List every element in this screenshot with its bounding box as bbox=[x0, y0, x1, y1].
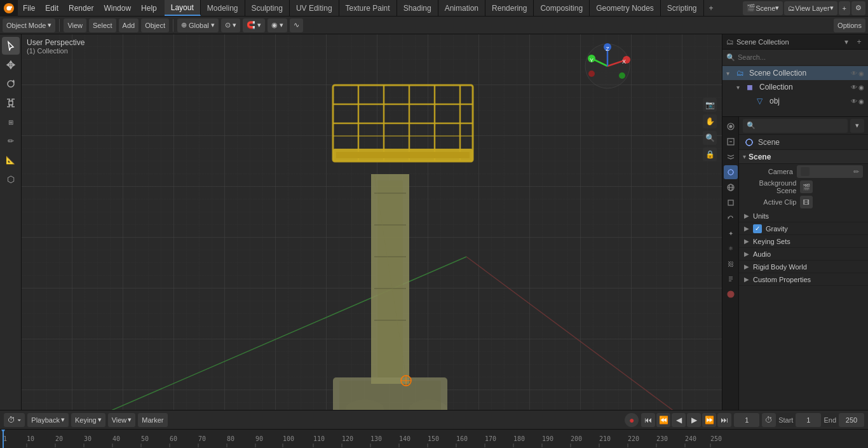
background-scene-icon-btn[interactable]: 🎬 bbox=[800, 180, 813, 193]
playback-btn[interactable]: Playback ▾ bbox=[27, 413, 69, 427]
menu-window[interactable]: Window bbox=[98, 0, 136, 16]
rotate-tool[interactable] bbox=[2, 75, 20, 93]
jump-start-btn[interactable]: ⏮ bbox=[641, 413, 655, 427]
prop-filter-btn[interactable]: ▾ bbox=[850, 119, 864, 133]
play-reverse-btn[interactable]: ◀ bbox=[672, 413, 686, 427]
keying-btn[interactable]: Keying ▾ bbox=[71, 413, 105, 427]
extra-btn[interactable]: ∿ bbox=[290, 18, 303, 32]
end-frame-input[interactable]: 250 bbox=[839, 413, 864, 427]
add-workspace-button[interactable]: + bbox=[704, 0, 719, 16]
timeline-type-btn[interactable]: ⏱ ▾ bbox=[4, 413, 25, 427]
prop-object-tab[interactable] bbox=[724, 196, 738, 210]
workspace-tab-scripting[interactable]: Scripting bbox=[661, 0, 704, 16]
proportional-edit[interactable]: ◉ ▾ bbox=[268, 18, 287, 32]
workspace-tab-sculpting[interactable]: Sculpting bbox=[245, 0, 290, 16]
camera-view-btn[interactable]: 📷 bbox=[703, 98, 717, 112]
prop-search-field[interactable]: 🔍 bbox=[743, 119, 848, 133]
workspace-tab-layout[interactable]: Layout bbox=[165, 0, 201, 16]
prop-viewlayer-tab[interactable] bbox=[724, 150, 738, 164]
outliner-new-btn[interactable]: + bbox=[854, 37, 864, 47]
collection-visibility[interactable]: 👁 bbox=[851, 84, 857, 91]
prop-particles-tab[interactable]: ✦ bbox=[724, 226, 738, 240]
move-view-btn[interactable]: ✋ bbox=[703, 114, 717, 128]
workspace-tab-compositing[interactable]: Compositing bbox=[534, 0, 590, 16]
select-menu[interactable]: Select bbox=[89, 18, 116, 32]
measure-tool[interactable]: 📐 bbox=[2, 151, 20, 169]
sync-btn[interactable]: ⏱ bbox=[762, 413, 776, 427]
collection-render[interactable]: ◉ bbox=[858, 84, 864, 91]
prop-physics-tab[interactable]: ⚛ bbox=[724, 241, 738, 255]
view-menu[interactable]: View bbox=[64, 18, 86, 32]
workspace-tab-animation[interactable]: Animation bbox=[438, 0, 485, 16]
menu-file[interactable]: File bbox=[18, 0, 40, 16]
add-object-tool[interactable]: ⬡ bbox=[2, 170, 20, 188]
view-btn[interactable]: View ▾ bbox=[108, 413, 136, 427]
prop-render-tab[interactable] bbox=[724, 119, 738, 133]
camera-lock-btn[interactable]: 🔒 bbox=[703, 147, 717, 161]
start-frame-input[interactable]: 1 bbox=[796, 413, 821, 427]
workspace-tab-modeling[interactable]: Modeling bbox=[201, 0, 245, 16]
obj-item[interactable]: ▶ ▽ obj 👁 ◉ bbox=[743, 94, 868, 108]
jump-end-btn[interactable]: ⏭ bbox=[717, 413, 731, 427]
menu-edit[interactable]: Edit bbox=[40, 0, 64, 16]
annotate-tool[interactable]: ✏ bbox=[2, 132, 20, 150]
workspace-tab-uv[interactable]: UV Editing bbox=[290, 0, 339, 16]
workspace-tab-rendering[interactable]: Rendering bbox=[485, 0, 534, 16]
prop-modifier-tab[interactable] bbox=[724, 211, 738, 225]
timeline-scrubber[interactable]: 1 10 20 30 40 50 60 70 80 90 100 110 bbox=[0, 429, 868, 448]
prop-material-tab[interactable] bbox=[724, 287, 738, 301]
scene-section-header[interactable]: ▾ Scene bbox=[739, 150, 868, 164]
marker-btn[interactable]: Marker bbox=[138, 413, 167, 427]
scene-collection-item[interactable]: ▾ 🗂 Scene Collection 👁 ◉ bbox=[722, 66, 868, 80]
menu-help[interactable]: Help bbox=[136, 0, 162, 16]
scene-selector[interactable]: 🎬 Scene ▾ bbox=[743, 1, 783, 15]
collection-item[interactable]: ▾ ◼ Collection 👁 ◉ bbox=[733, 80, 868, 94]
render-icon[interactable]: ◉ bbox=[858, 70, 864, 77]
visibility-icon[interactable]: 👁 bbox=[851, 70, 857, 77]
workspace-tab-shading[interactable]: Shading bbox=[397, 0, 438, 16]
active-clip-icon-btn[interactable]: 🎞 bbox=[800, 196, 813, 208]
prop-world-tab[interactable] bbox=[724, 180, 738, 194]
prop-data-tab[interactable] bbox=[724, 272, 738, 286]
zoom-view-btn[interactable]: 🔍 bbox=[703, 131, 717, 145]
camera-edit-icon[interactable]: ✏ bbox=[853, 168, 859, 176]
keying-sets-section[interactable]: ▶ Keying Sets bbox=[739, 235, 868, 248]
options-btn[interactable]: Options bbox=[834, 18, 865, 32]
play-btn[interactable]: ▶ bbox=[687, 413, 701, 427]
rigid-body-section[interactable]: ▶ Rigid Body World bbox=[739, 261, 868, 273]
new-scene-button[interactable]: + bbox=[839, 1, 850, 15]
mode-selector[interactable]: Object Mode ▾ bbox=[3, 18, 55, 32]
transform-tool[interactable]: ⊞ bbox=[2, 113, 20, 131]
add-menu[interactable]: Add bbox=[119, 18, 139, 32]
outliner-filter-btn[interactable]: ▾ bbox=[841, 37, 851, 47]
prop-constraints-tab[interactable]: ⛓ bbox=[724, 257, 738, 271]
prev-frame-btn[interactable]: ⏪ bbox=[656, 413, 670, 427]
gravity-section[interactable]: ▶ ✓ Gravity bbox=[739, 222, 868, 235]
record-btn[interactable]: ● bbox=[625, 413, 639, 427]
prop-output-tab[interactable] bbox=[724, 135, 738, 149]
custom-props-section[interactable]: ▶ Custom Properties bbox=[739, 273, 868, 286]
transform-pivot[interactable]: ⊙ ▾ bbox=[221, 18, 240, 32]
object-menu[interactable]: Object bbox=[141, 18, 169, 32]
audio-section[interactable]: ▶ Audio bbox=[739, 248, 868, 261]
prop-scene-tab[interactable] bbox=[724, 165, 738, 179]
scale-tool[interactable] bbox=[2, 94, 20, 112]
obj-visibility[interactable]: 👁 bbox=[851, 98, 857, 105]
current-frame-input[interactable]: 1 bbox=[734, 413, 759, 427]
cursor-tool[interactable] bbox=[2, 37, 20, 55]
menu-render[interactable]: Render bbox=[64, 0, 98, 16]
snap-btn[interactable]: 🧲 ▾ bbox=[243, 18, 265, 32]
workspace-tab-geometry[interactable]: Geometry Nodes bbox=[590, 0, 661, 16]
camera-value[interactable]: ✏ bbox=[797, 165, 863, 178]
obj-render[interactable]: ◉ bbox=[858, 98, 864, 105]
move-tool[interactable] bbox=[2, 56, 20, 74]
transform-selector[interactable]: ⊕ Global ▾ bbox=[177, 18, 219, 32]
units-section[interactable]: ▶ Units bbox=[739, 210, 868, 222]
gravity-checkbox[interactable]: ✓ bbox=[753, 224, 762, 233]
workspace-tab-texture[interactable]: Texture Paint bbox=[339, 0, 397, 16]
settings-button[interactable]: ⚙ bbox=[851, 1, 865, 15]
viewport[interactable]: User Perspective (1) Collection X Y Z bbox=[22, 34, 722, 410]
next-frame-btn[interactable]: ⏩ bbox=[702, 413, 716, 427]
outliner-search-input[interactable] bbox=[738, 53, 864, 61]
view-layer-selector[interactable]: 🗂 View Layer ▾ bbox=[784, 1, 837, 15]
